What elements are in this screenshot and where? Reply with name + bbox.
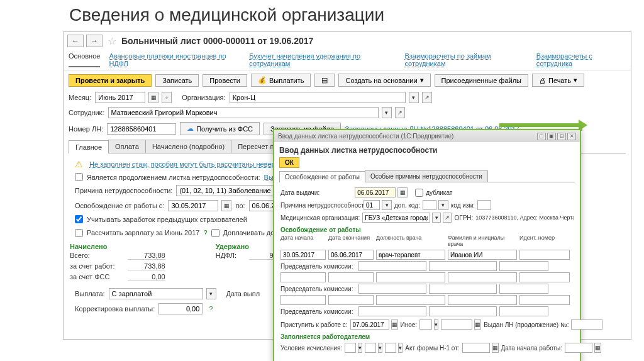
row3-id[interactable]: [519, 295, 570, 305]
employee-label: Сотрудник:: [69, 109, 104, 116]
total-label: Всего:: [70, 252, 90, 260]
cont-ln-input[interactable]: [571, 319, 602, 330]
post-close-button[interactable]: Провести и закрыть: [69, 74, 152, 87]
row1-pos[interactable]: [376, 250, 445, 260]
row1-id[interactable]: [519, 250, 570, 260]
emp-dropdown-icon[interactable]: ▾: [382, 107, 392, 118]
list-button[interactable]: ▤: [314, 74, 335, 87]
by-fss-value: 0,00: [128, 273, 165, 281]
tb-icon[interactable]: ▣: [547, 133, 556, 140]
issue-date-input[interactable]: [355, 187, 396, 197]
tab-main[interactable]: Основное: [69, 52, 100, 67]
print-button[interactable]: 🖨 Печать ▾: [532, 74, 584, 87]
month-label: Месяц:: [69, 94, 91, 101]
ogrn-value: 1037736008110, Адрес: Москва Чертановска…: [475, 214, 574, 221]
row3-fio[interactable]: [448, 295, 517, 305]
ln-label: Номер ЛН:: [69, 125, 103, 133]
inner-tab-accrued[interactable]: Начислено (подробно): [145, 140, 231, 153]
to-label: по:: [235, 202, 245, 209]
row2-end[interactable]: [328, 272, 374, 282]
calc-salary-check[interactable]: [75, 229, 83, 237]
dlg-tab-special[interactable]: Особые причины нетрудоспособности: [365, 170, 488, 182]
create-from-button[interactable]: Создать на основании ▾: [338, 74, 430, 87]
save-button[interactable]: Записать: [155, 74, 199, 87]
document-title: Больничный лист 0000-000011 от 19.06.201…: [121, 36, 313, 46]
addcode-input[interactable]: [423, 200, 436, 210]
favorite-icon[interactable]: ☆: [108, 35, 116, 47]
tab-advance[interactable]: Авансовые платежи иностранцев по НДФЛ: [109, 52, 240, 67]
reason-label: Причина нетрудоспособности:: [75, 187, 172, 194]
start-work-label: Приступить к работе с:: [280, 321, 348, 328]
back-button[interactable]: ←: [67, 35, 84, 47]
tb-icon[interactable]: ⊟: [557, 133, 566, 140]
month-stepper-icon[interactable]: ÷: [162, 92, 172, 103]
forward-button[interactable]: →: [86, 35, 103, 47]
tab-accounting[interactable]: Бухучет начисления удержания по сотрудни…: [249, 52, 396, 67]
continuation-check[interactable]: [75, 173, 83, 181]
chair1-pos[interactable]: [358, 261, 426, 271]
org-open-icon[interactable]: ↗: [422, 92, 432, 103]
cloud-icon: ☁: [187, 125, 194, 133]
tb-icon[interactable]: ▢: [537, 133, 546, 140]
row3-pos[interactable]: [376, 295, 445, 305]
chair-label: Председатель комиссии:: [280, 263, 356, 270]
ln-input[interactable]: [107, 123, 176, 135]
dlg-tab-release[interactable]: Освобождение от работы: [279, 171, 365, 182]
chair1-id[interactable]: [499, 261, 548, 271]
action-bar: Провести и закрыть Записать Провести 💰Вы…: [64, 70, 631, 90]
release-label: Освобождение от работы с:: [75, 202, 164, 209]
get-fss-button[interactable]: ☁ Получить из ФСС: [180, 122, 260, 135]
employee-input[interactable]: [108, 107, 379, 118]
inner-tab-main[interactable]: Главное: [69, 140, 109, 153]
ndfl-label: НДФЛ:: [216, 252, 236, 260]
ln-data-dialog: Ввод данных листка нетрудоспособности (1…: [273, 129, 581, 361]
tab-loans[interactable]: Взаиморасчеты по займам сотрудникам: [404, 52, 527, 67]
release-from-input[interactable]: [168, 200, 218, 211]
warning-link[interactable]: Не заполнен стаж, пособия могут быть рас…: [89, 160, 283, 168]
warning-icon: ⚠: [75, 159, 83, 169]
org-label: Организация:: [182, 94, 225, 101]
medorg-input[interactable]: [362, 213, 430, 223]
row2-pos[interactable]: [376, 272, 445, 282]
row1-start[interactable]: [280, 250, 326, 260]
row3-start[interactable]: [280, 295, 326, 305]
org-input[interactable]: [230, 92, 406, 103]
row2-id[interactable]: [519, 272, 570, 282]
prev-insurers-check[interactable]: [75, 215, 83, 223]
cal-icon[interactable]: ▦: [221, 200, 231, 211]
addpay-check[interactable]: [211, 229, 219, 237]
emp-open-icon[interactable]: ↗: [395, 107, 405, 118]
month-input[interactable]: [95, 92, 145, 103]
corr-input[interactable]: [158, 303, 203, 314]
row3-end[interactable]: [328, 295, 374, 305]
row1-end[interactable]: [328, 250, 374, 260]
dialog-header: Ввод данных листка нетрудоспособности: [279, 146, 575, 155]
issue-date-label: Дата выдачи:: [280, 189, 319, 196]
payout-input[interactable]: [109, 288, 203, 299]
slide-title: Сведения о медицинской организации: [0, 0, 644, 31]
row1-fio[interactable]: [448, 250, 517, 260]
tab-settlements[interactable]: Взаиморасчеты с сотрудника: [536, 52, 626, 67]
ok-button[interactable]: ОК: [279, 157, 299, 168]
printer-icon: 🖨: [539, 77, 546, 84]
payout-dropdown-icon[interactable]: ▾: [206, 288, 216, 299]
chair1-fio[interactable]: [429, 261, 497, 271]
month-picker-icon[interactable]: ▦: [148, 92, 158, 103]
close-icon[interactable]: ✕: [567, 133, 576, 140]
duplicate-check[interactable]: [415, 189, 423, 197]
inner-tab-pay[interactable]: Оплата: [108, 140, 146, 153]
row2-fio[interactable]: [448, 272, 517, 282]
org-dropdown-icon[interactable]: ▾: [409, 92, 419, 103]
row2-start[interactable]: [280, 272, 326, 282]
cal-icon[interactable]: ▦: [397, 187, 408, 197]
post-button[interactable]: Провести: [203, 74, 247, 87]
pay-button[interactable]: 💰Выплатить: [251, 74, 311, 87]
attached-files-button[interactable]: Присоединенные файлы: [435, 74, 528, 87]
cond-label: Условия исчисления:: [280, 345, 342, 352]
dlg-reason-input[interactable]: [364, 200, 380, 210]
changecode-input[interactable]: [477, 200, 491, 210]
arrow-annotation: [499, 123, 584, 127]
start-work-input[interactable]: [350, 319, 389, 330]
dlg-reason-label: Причина нетрудоспособности:: [280, 202, 361, 209]
by-work-value: 733,88: [128, 262, 165, 270]
